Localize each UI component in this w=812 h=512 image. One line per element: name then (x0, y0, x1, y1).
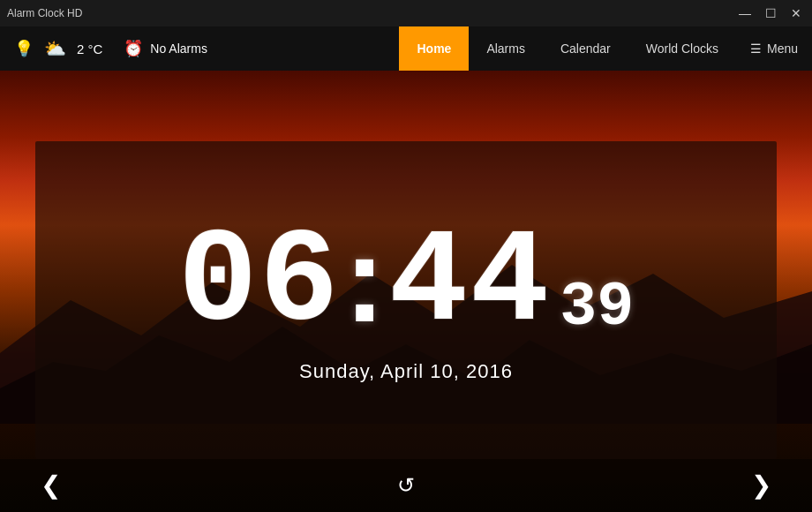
nav-menu[interactable]: ☰ Menu (736, 26, 812, 71)
temperature-display: 2 °C (77, 41, 102, 56)
clock-minutes: 44 (388, 217, 551, 350)
titlebar: Alarm Clock HD — ☐ ✕ (0, 0, 812, 26)
clock-seconds: 39 (560, 273, 634, 343)
navbar-left: 💡 ⛅ 2 °C ⏰ No Alarms (0, 26, 222, 71)
prev-button[interactable]: ❮ (26, 466, 75, 505)
alarm-section: ⏰ No Alarms (124, 39, 207, 58)
clock-panel: 06 : 44 39 Sunday, April 10, 2016 (35, 141, 777, 459)
nav-calendar[interactable]: Calendar (543, 26, 628, 71)
refresh-button[interactable]: ↺ (383, 466, 429, 505)
navbar: 💡 ⛅ 2 °C ⏰ No Alarms Home Alarms Calenda… (0, 26, 812, 71)
hamburger-icon: ☰ (750, 41, 762, 56)
weather-icon: ⛅ (44, 38, 66, 59)
light-icon: 💡 (14, 39, 34, 58)
bottom-controls: ❮ ↺ ❯ (0, 459, 812, 512)
maximize-button[interactable]: ☐ (762, 7, 780, 19)
clock-time-row: 06 : 44 39 (178, 217, 635, 350)
minimize-button[interactable]: — (735, 7, 755, 19)
nav-alarms[interactable]: Alarms (469, 26, 543, 71)
window-controls: — ☐ ✕ (735, 7, 805, 19)
close-button[interactable]: ✕ (787, 7, 805, 19)
clock-hours: 06 (178, 217, 341, 350)
menu-label: Menu (767, 41, 798, 56)
main-content: 06 : 44 39 Sunday, April 10, 2016 ❮ ↺ ❯ (0, 71, 812, 512)
app-title: Alarm Clock HD (7, 7, 82, 19)
alarm-icon: ⏰ (124, 39, 143, 58)
nav-home[interactable]: Home (399, 26, 469, 71)
navbar-right: Home Alarms Calendar World Clocks ☰ Menu (399, 26, 812, 71)
clock-colon: : (344, 217, 386, 350)
next-button[interactable]: ❯ (737, 466, 786, 505)
nav-world-clocks[interactable]: World Clocks (628, 26, 736, 71)
alarm-status: No Alarms (150, 41, 207, 56)
clock-date: Sunday, April 10, 2016 (299, 360, 513, 383)
